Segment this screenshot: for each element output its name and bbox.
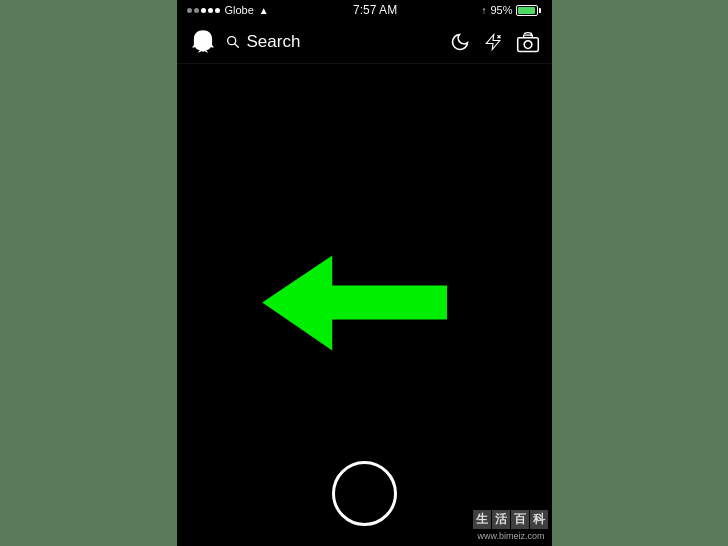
battery-icon	[516, 5, 541, 16]
status-time: 7:57 AM	[353, 3, 397, 17]
ghost-svg	[190, 29, 216, 55]
svg-point-6	[524, 40, 532, 48]
svg-line-1	[234, 43, 238, 47]
wm-char-4: 科	[530, 510, 548, 529]
signal-dot-1	[187, 8, 192, 13]
directional-arrow	[262, 246, 447, 365]
phone-frame: Globe ▲ 7:57 AM ↑ 95%	[177, 0, 552, 546]
signal-dot-4	[208, 8, 213, 13]
carrier-name: Globe	[225, 4, 254, 16]
svg-marker-2	[486, 34, 500, 49]
search-label: Search	[247, 32, 301, 52]
status-bar: Globe ▲ 7:57 AM ↑ 95%	[177, 0, 552, 20]
arrow-svg	[262, 246, 447, 361]
watermark-chinese: 生 活 百 科	[473, 510, 548, 529]
flash-icon[interactable]	[484, 32, 502, 52]
signal-dot-3	[201, 8, 206, 13]
search-bar[interactable]: Search	[225, 32, 442, 52]
battery-percent: 95%	[490, 4, 512, 16]
nav-right-icons	[450, 31, 540, 53]
battery-tip	[539, 8, 541, 13]
nav-bar: Search	[177, 20, 552, 64]
svg-rect-5	[517, 37, 538, 51]
status-right: ↑ 95%	[481, 4, 541, 16]
camera-viewfinder: 生 活 百 科 www.bimeiz.com	[177, 64, 552, 546]
wm-char-3: 百	[511, 510, 529, 529]
battery-fill	[518, 7, 534, 14]
watermark-url: www.bimeiz.com	[474, 530, 547, 542]
signal-dots	[187, 8, 220, 13]
shutter-button[interactable]	[332, 461, 397, 526]
status-left: Globe ▲	[187, 4, 269, 16]
wm-char-1: 生	[473, 510, 491, 529]
watermark-overlay: 生 活 百 科 www.bimeiz.com	[473, 510, 548, 542]
signal-dot-2	[194, 8, 199, 13]
svg-marker-8	[262, 256, 447, 351]
moon-icon[interactable]	[450, 32, 470, 52]
battery-body	[516, 5, 538, 16]
snapchat-logo-icon[interactable]	[189, 28, 217, 56]
signal-arrow-icon: ↑	[481, 5, 486, 16]
search-icon	[225, 34, 241, 50]
wifi-icon: ▲	[259, 5, 269, 16]
rotate-camera-icon[interactable]	[516, 31, 540, 53]
signal-dot-5	[215, 8, 220, 13]
wm-char-2: 活	[492, 510, 510, 529]
